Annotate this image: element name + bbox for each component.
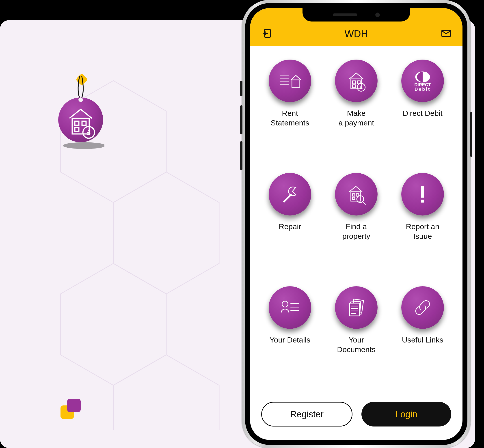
tile-label: Your Details — [270, 335, 310, 354]
tile-label: Make a payment — [339, 108, 374, 128]
direct-debit-icon: DIRECT Debit — [401, 60, 444, 102]
phone-bezel: WDH — [245, 3, 468, 445]
tile-useful-links[interactable]: Useful Links — [392, 286, 453, 391]
svg-rect-36 — [352, 194, 355, 196]
phone-volume-up — [240, 105, 242, 134]
mail-icon[interactable] — [441, 28, 451, 40]
feature-grid: Rent Statements £ Make a payment — [250, 46, 462, 395]
phone-mute-switch — [240, 81, 242, 96]
svg-point-7 — [78, 97, 83, 102]
svg-text:£: £ — [360, 84, 363, 90]
decorative-squares — [58, 396, 85, 423]
svg-text:DIRECT: DIRECT — [414, 82, 431, 87]
svg-point-5 — [58, 97, 103, 142]
bottom-button-row: Register Login — [250, 395, 462, 440]
phone-screen: WDH — [250, 8, 462, 440]
useful-links-icon — [401, 286, 444, 329]
phone-frame: WDH — [242, 0, 471, 448]
svg-text:Debit: Debit — [415, 87, 431, 92]
tile-label: Rent Statements — [271, 108, 309, 128]
tile-label: Useful Links — [402, 335, 443, 354]
tile-repair[interactable]: Repair — [259, 173, 321, 277]
tile-label: Find a property — [342, 222, 370, 241]
find-property-icon — [335, 173, 378, 216]
report-issue-icon — [401, 173, 444, 216]
svg-rect-16 — [67, 399, 81, 412]
tile-label: Report an Isuue — [406, 222, 439, 241]
tile-rent-statements[interactable]: Rent Statements — [259, 60, 321, 164]
tile-make-payment[interactable]: £ Make a payment — [325, 60, 387, 164]
repair-icon — [269, 173, 311, 216]
svg-rect-24 — [292, 80, 300, 87]
tile-your-documents[interactable]: Your Documents — [325, 286, 387, 391]
register-button[interactable]: Register — [261, 402, 353, 426]
rent-statements-icon — [269, 60, 311, 102]
hanging-medallion: £ — [58, 73, 103, 162]
svg-rect-28 — [352, 85, 355, 88]
svg-rect-38 — [352, 197, 355, 200]
tile-label: Repair — [279, 222, 301, 240]
svg-marker-1 — [113, 172, 219, 294]
your-details-icon — [269, 286, 311, 329]
login-button[interactable]: Login — [362, 402, 451, 426]
tile-label: Direct Debit — [403, 108, 443, 127]
phone-volume-down — [240, 141, 242, 170]
phone-power-button — [470, 112, 472, 157]
svg-marker-3 — [113, 355, 219, 430]
your-documents-icon — [335, 286, 378, 329]
svg-marker-2 — [61, 264, 166, 385]
tile-your-details[interactable]: Your Details — [259, 286, 321, 391]
svg-point-39 — [357, 196, 364, 203]
exit-icon[interactable] — [261, 28, 272, 40]
tile-find-property[interactable]: Find a property — [325, 173, 387, 277]
svg-rect-41 — [421, 186, 424, 198]
svg-rect-42 — [421, 200, 424, 202]
tile-direct-debit[interactable]: DIRECT Debit Direct Debit — [392, 60, 453, 164]
tile-label: Your Documents — [337, 335, 376, 354]
svg-rect-49 — [349, 303, 359, 316]
svg-text:£: £ — [87, 128, 91, 136]
svg-line-40 — [363, 202, 366, 205]
svg-line-34 — [283, 194, 291, 202]
app-title: WDH — [272, 28, 441, 40]
svg-rect-26 — [352, 81, 355, 84]
svg-rect-4 — [75, 73, 88, 86]
tile-report-issue[interactable]: Report an Isuue — [392, 173, 453, 277]
phone-notch — [303, 8, 410, 22]
svg-point-43 — [282, 301, 288, 307]
svg-point-14 — [63, 142, 105, 149]
make-payment-icon: £ — [335, 60, 378, 102]
